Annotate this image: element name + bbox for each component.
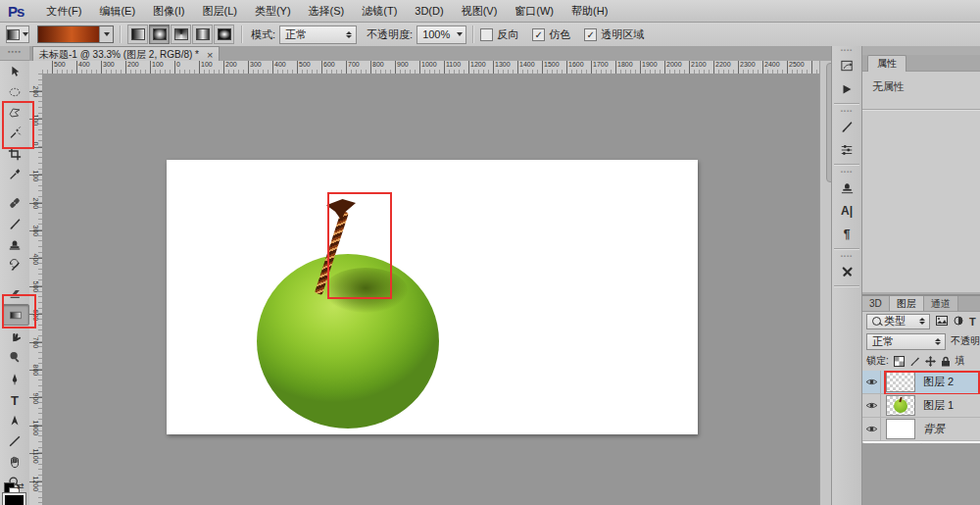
actions-icon[interactable] [832, 77, 861, 101]
document-canvas[interactable] [167, 160, 698, 434]
checkbox-box[interactable] [480, 28, 493, 41]
layer-blend-mode-value: 正常 [872, 334, 894, 349]
ruler-label: 1000 [421, 61, 437, 68]
layer-name[interactable]: 图层 1 [923, 398, 954, 413]
menu-item[interactable]: 图像(I) [144, 0, 193, 22]
layer-row-背景[interactable]: 背景 [862, 418, 980, 441]
checkbox-label: 仿色 [549, 27, 570, 42]
opacity-input[interactable]: 100% [416, 25, 466, 44]
layer-row-图层 1[interactable]: 图层 1 [862, 394, 980, 418]
horizontal-ruler: 5004003002001000100200300400500600700800… [42, 61, 819, 75]
history-brush-tool[interactable] [2, 255, 27, 275]
layer-visibility-eye-icon[interactable] [862, 371, 881, 393]
move-tool[interactable] [2, 62, 27, 81]
dodge-tool[interactable] [2, 347, 27, 367]
tool-presets-icon[interactable] [832, 260, 861, 283]
toolbox-grip[interactable]: ▪▪▪▪ [0, 46, 29, 61]
ruler-label: 1100 [32, 448, 39, 468]
tab-图层[interactable]: 图层 [890, 296, 924, 311]
menu-item[interactable]: 图层(L) [193, 0, 245, 22]
menu-item[interactable]: 类型(Y) [246, 0, 300, 22]
menu-item[interactable]: 选择(S) [300, 0, 354, 22]
blend-mode-select[interactable]: 正常 [279, 25, 357, 44]
pen-tool[interactable] [2, 370, 27, 389]
healing-brush-tool[interactable] [2, 193, 27, 213]
ruler-label: 300 [32, 74, 39, 78]
menu-item[interactable]: 窗口(W) [506, 0, 563, 22]
path-selection-tool[interactable] [2, 411, 27, 430]
line-tool[interactable] [2, 431, 27, 451]
angle-gradient-icon[interactable] [171, 25, 191, 44]
paragraph-panel-icon[interactable]: ¶ [832, 223, 861, 246]
dock-group-grip[interactable]: ▪▪▪▪ [832, 107, 861, 115]
annotation-rect-gradient-tool [2, 294, 36, 328]
layer-visibility-eye-icon[interactable] [862, 394, 881, 417]
image-filter-icon[interactable] [936, 316, 948, 328]
layers-blend-row: 正常 不透明 [862, 331, 980, 351]
tab-properties[interactable]: 属性 [867, 55, 906, 72]
checkbox-反向[interactable]: 反向 [480, 27, 518, 42]
menu-item[interactable]: 文件(F) [37, 0, 90, 22]
type-tool[interactable]: T [2, 390, 27, 410]
dock-group-grip[interactable]: ▪▪▪▪ [832, 168, 861, 176]
type-filter-icon[interactable]: T [969, 316, 976, 328]
brush-panel-icon[interactable] [832, 115, 861, 138]
lock-paint-icon[interactable] [909, 356, 920, 367]
ruler-label: 1200 [470, 61, 486, 68]
canvas-area[interactable] [42, 74, 819, 505]
checkbox-box[interactable]: ✓ [584, 28, 597, 41]
layer-thumbnail[interactable] [886, 419, 915, 439]
adjustment-filter-icon[interactable] [954, 316, 963, 328]
gradient-preview-swatch[interactable] [37, 25, 114, 43]
clone-source-icon[interactable] [832, 176, 861, 199]
checkbox-仿色[interactable]: ✓仿色 [532, 27, 570, 42]
ruler-label: 100 [32, 170, 39, 189]
document-tab[interactable]: 未标题-1 @ 33.3% (图层 2, RGB/8) * × [32, 46, 220, 62]
linear-gradient-icon[interactable] [127, 25, 148, 44]
ruler-label: 900 [32, 392, 39, 412]
dock-group-grip[interactable]: ▪▪▪▪ [832, 46, 861, 54]
close-icon[interactable]: × [207, 49, 213, 61]
layer-thumbnail[interactable] [886, 395, 915, 416]
checkbox-label: 透明区域 [601, 27, 644, 42]
reflected-gradient-icon[interactable] [192, 25, 213, 44]
menu-item[interactable]: 滤镜(T) [353, 0, 406, 22]
tab-3D[interactable]: 3D [862, 296, 890, 311]
elliptical-marquee-tool[interactable] [2, 82, 27, 102]
layer-blend-mode-select[interactable]: 正常 [866, 333, 946, 350]
history-icon[interactable] [832, 54, 861, 77]
menu-item[interactable]: 帮助(H) [563, 0, 616, 22]
clone-stamp-tool[interactable] [2, 234, 27, 254]
brush-settings-icon[interactable] [832, 138, 861, 162]
divider [834, 164, 859, 166]
gradient-tool-icon[interactable] [6, 25, 29, 43]
lock-label: 锁定: [866, 354, 889, 368]
swap-colors-icon[interactable]: ⇄ [17, 481, 24, 491]
dock-group-grip[interactable]: ▪▪▪▪ [832, 252, 861, 260]
menu-items: 文件(F)编辑(E)图像(I)图层(L)类型(Y)选择(S)滤镜(T)3D(D)… [37, 0, 616, 22]
chevron-down-icon [457, 32, 463, 36]
eyedropper-tool[interactable] [2, 165, 27, 184]
smudge-tool[interactable] [2, 327, 27, 346]
character-panel-icon[interactable]: A| [832, 199, 861, 223]
lock-all-icon[interactable] [941, 356, 951, 367]
layer-name[interactable]: 背景 [923, 422, 945, 436]
lock-transparent-icon[interactable] [894, 356, 905, 367]
gradient-type-buttons [127, 25, 235, 44]
menu-item[interactable]: 3D(D) [406, 0, 452, 22]
tab-通道[interactable]: 通道 [924, 296, 958, 311]
foreground-color-swatch[interactable] [3, 493, 25, 505]
lock-move-icon[interactable] [925, 356, 936, 367]
layer-filter-select[interactable]: 类型 [866, 314, 930, 329]
diamond-gradient-icon[interactable] [214, 25, 234, 44]
gradient-picker-arrow[interactable] [99, 26, 113, 42]
checkbox-透明区域[interactable]: ✓透明区域 [584, 27, 644, 42]
layer-row-图层 2[interactable]: 图层 2 [862, 371, 980, 394]
layer-visibility-eye-icon[interactable] [862, 418, 881, 440]
hand-tool[interactable] [2, 452, 27, 472]
radial-gradient-icon[interactable] [149, 25, 170, 44]
menu-item[interactable]: 编辑(E) [90, 0, 144, 22]
menu-item[interactable]: 视图(V) [453, 0, 507, 22]
brush-tool[interactable] [2, 214, 27, 233]
checkbox-box[interactable]: ✓ [532, 28, 545, 41]
